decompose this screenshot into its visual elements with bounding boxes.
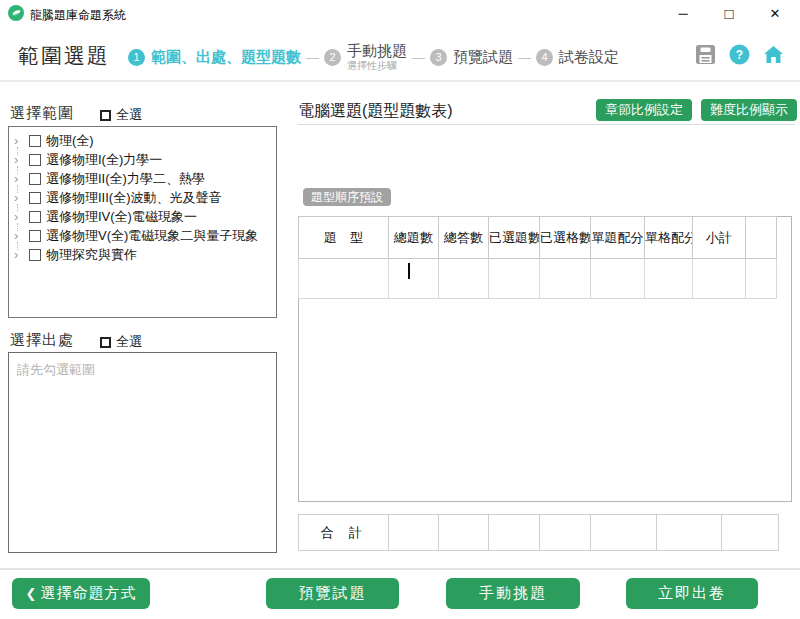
- range-tree: › 物理(全) › 選修物理I(全)力學一 › 選修物理II(全)力學二、熱學 …: [8, 126, 277, 318]
- wizard-stepper: 1 範圍、出處、題型題數 — 2 手動挑題 選擇性步驟 — 3 預覽試題 — 4…: [128, 38, 619, 76]
- help-icon[interactable]: ?: [729, 44, 750, 65]
- chevron-left-icon: ❮: [26, 586, 37, 601]
- tree-item-physics-4[interactable]: › 選修物理IV(全)電磁現象一: [9, 207, 276, 226]
- range-section-title: 選擇範圍: [10, 104, 74, 123]
- text-caret: [408, 263, 410, 279]
- total-cell: [489, 515, 540, 551]
- cell-points-per-blank[interactable]: [645, 259, 693, 299]
- choose-method-back-label: 選擇命題方式: [40, 584, 136, 603]
- tree-item-checkbox[interactable]: [29, 173, 41, 185]
- tree-item-checkbox[interactable]: [29, 192, 41, 204]
- step-2-manual-pick[interactable]: 2 手動挑題 選擇性步驟: [324, 43, 407, 71]
- step-2-sublabel: 選擇性步驟: [347, 60, 407, 71]
- save-icon[interactable]: [695, 44, 716, 65]
- step-3-circle: 3: [430, 49, 447, 66]
- step-1-range[interactable]: 1 範圍、出處、題型題數: [128, 49, 301, 66]
- source-select-all-checkbox[interactable]: [100, 337, 111, 348]
- table-row: [299, 259, 777, 299]
- chevron-right-icon[interactable]: ›: [14, 210, 29, 223]
- cell-total-answers[interactable]: [439, 259, 489, 299]
- right-panel-divider: [298, 124, 795, 125]
- col-points-per-blank: 單格配分: [645, 217, 693, 259]
- step-4-circle: 4: [536, 49, 553, 66]
- col-total-answers: 總答數: [439, 217, 489, 259]
- tree-item-physics-3[interactable]: › 選修物理III(全)波動、光及聲音: [9, 188, 276, 207]
- step-3-preview[interactable]: 3 預覽試題: [430, 49, 513, 66]
- cell-selected-questions[interactable]: [489, 259, 540, 299]
- computer-select-title: 電腦選題(題型題數表): [298, 101, 453, 122]
- page-title: 範圍選題: [18, 42, 110, 70]
- app-logo-icon: [8, 5, 24, 21]
- cell-question-type[interactable]: [299, 259, 389, 299]
- total-cell: [657, 515, 722, 551]
- source-select-all-label: 全選: [116, 333, 142, 351]
- total-row: 合 計: [299, 515, 779, 551]
- chevron-right-icon[interactable]: ›: [14, 229, 29, 242]
- col-total-questions: 總題數: [389, 217, 439, 259]
- tree-item-label: 物理探究與實作: [46, 246, 137, 264]
- source-section-title: 選擇出處: [10, 331, 74, 350]
- tree-item-physics-1[interactable]: › 選修物理I(全)力學一: [9, 150, 276, 169]
- chevron-right-icon[interactable]: ›: [14, 248, 29, 261]
- home-icon[interactable]: [763, 44, 784, 65]
- col-question-type: 題 型: [299, 217, 389, 259]
- range-select-all-checkbox[interactable]: [100, 110, 111, 121]
- total-cell: [722, 515, 779, 551]
- cell-selected-blanks[interactable]: [540, 259, 591, 299]
- preview-questions-button[interactable]: 預覽試題: [266, 578, 399, 609]
- tree-item-label: 選修物理IV(全)電磁現象一: [46, 208, 197, 226]
- tree-item-checkbox[interactable]: [29, 135, 41, 147]
- chevron-right-icon[interactable]: ›: [14, 172, 29, 185]
- step-4-paper-settings[interactable]: 4 試卷設定: [536, 49, 619, 66]
- total-cell: [591, 515, 657, 551]
- cell-total-questions[interactable]: [389, 259, 439, 299]
- col-extra: [746, 217, 777, 259]
- total-cell: [389, 515, 439, 551]
- tree-item-label: 選修物理III(全)波動、光及聲音: [46, 189, 222, 207]
- tree-item-checkbox[interactable]: [29, 249, 41, 261]
- step-2-circle: 2: [324, 49, 341, 66]
- tree-item-label: 選修物理I(全)力學一: [46, 151, 162, 169]
- tree-item-label: 選修物理II(全)力學二、熱學: [46, 170, 205, 188]
- step-dash: —: [412, 50, 425, 65]
- step-dash: —: [306, 50, 319, 65]
- table-header-row: 題 型 總題數 總答數 已選題數 已選格數 單題配分 單格配分 小計: [299, 217, 777, 259]
- chevron-right-icon[interactable]: ›: [14, 134, 29, 147]
- type-order-default-button[interactable]: 題型順序預設: [303, 188, 391, 206]
- tree-item-physics-5[interactable]: › 選修物理V(全)電磁現象二與量子現象: [9, 226, 276, 245]
- range-select-all[interactable]: 全選: [100, 106, 142, 124]
- cell-points-per-question[interactable]: [591, 259, 645, 299]
- svg-text:?: ?: [736, 48, 743, 62]
- header-divider: [0, 80, 800, 82]
- step-1-circle: 1: [128, 49, 145, 66]
- tree-item-physics-inquiry[interactable]: › 物理探究與實作: [9, 245, 276, 264]
- col-points-per-question: 單題配分: [591, 217, 645, 259]
- tree-item-physics-all[interactable]: › 物理(全): [9, 131, 276, 150]
- difficulty-ratio-button[interactable]: 難度比例顯示: [701, 99, 797, 121]
- ratio-button-group: 章節比例設定 難度比例顯示: [596, 99, 797, 121]
- minimize-button[interactable]: ─: [660, 0, 706, 26]
- manual-pick-button[interactable]: 手動挑題: [446, 578, 580, 609]
- tree-item-checkbox[interactable]: [29, 154, 41, 166]
- maximize-button[interactable]: □: [706, 0, 752, 26]
- source-select-all[interactable]: 全選: [100, 333, 142, 351]
- col-selected-questions: 已選題數: [489, 217, 540, 259]
- chapter-ratio-button[interactable]: 章節比例設定: [596, 99, 692, 121]
- tree-item-checkbox[interactable]: [29, 230, 41, 242]
- tree-item-physics-2[interactable]: › 選修物理II(全)力學二、熱學: [9, 169, 276, 188]
- chevron-right-icon[interactable]: ›: [14, 191, 29, 204]
- titlebar: 龍騰題庫命題系統 ─ □ ✕: [0, 0, 800, 26]
- col-subtotal: 小計: [693, 217, 746, 259]
- close-button[interactable]: ✕: [752, 0, 798, 26]
- cell-subtotal[interactable]: [693, 259, 746, 299]
- question-type-table-panel: 題 型 總題數 總答數 已選題數 已選格數 單題配分 單格配分 小計: [298, 216, 792, 502]
- step-dash: —: [518, 50, 531, 65]
- total-label: 合 計: [299, 515, 389, 551]
- chevron-right-icon[interactable]: ›: [14, 153, 29, 166]
- range-select-all-label: 全選: [116, 106, 142, 124]
- generate-paper-button[interactable]: 立即出卷: [626, 578, 758, 609]
- app-title: 龍騰題庫命題系統: [30, 7, 126, 24]
- choose-method-back-button[interactable]: ❮ 選擇命題方式: [12, 578, 150, 609]
- tree-item-checkbox[interactable]: [29, 211, 41, 223]
- cell-extra[interactable]: [746, 259, 777, 299]
